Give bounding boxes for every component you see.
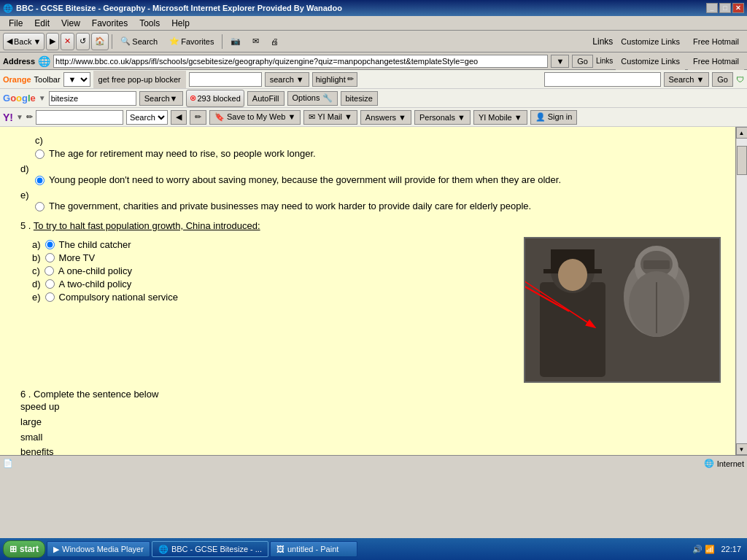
- search-button[interactable]: 🔍 Search: [115, 33, 163, 50]
- word-benefits[interactable]: benefits: [20, 445, 721, 455]
- address-label: Address: [3, 57, 35, 66]
- right-search-btn[interactable]: Search ▼: [664, 72, 710, 87]
- scroll-up-button[interactable]: ▲: [736, 127, 748, 139]
- free-hotmail-btn2[interactable]: Free Hotmail: [688, 52, 744, 70]
- save-to-my-web-btn[interactable]: 🔖 Save to My Web ▼: [209, 110, 301, 125]
- mobile-dropdown-icon[interactable]: ▼: [514, 113, 522, 122]
- q5-a-radio[interactable]: [45, 240, 55, 249]
- free-hotmail-button[interactable]: Free Hotmail: [688, 33, 744, 50]
- media-button[interactable]: 📷: [225, 33, 246, 50]
- answers-btn[interactable]: Answers ▼: [360, 110, 411, 125]
- page-icon: 📄: [3, 459, 13, 468]
- right-search-dropdown[interactable]: ▼: [696, 75, 704, 84]
- media-player-icon: ▶: [53, 545, 59, 554]
- taskbar-bbc-bitesize[interactable]: 🌐 BBC - GCSE Bitesize - ...: [152, 541, 268, 557]
- scroll-down-button[interactable]: ▼: [736, 443, 748, 455]
- q5-e-radio[interactable]: [45, 292, 55, 302]
- option-e-label: e): [20, 190, 32, 201]
- yahoo-search-dropdown[interactable]: Search: [126, 110, 168, 125]
- stop-icon: ✕: [64, 36, 71, 46]
- scrollbar-track[interactable]: [737, 139, 747, 443]
- favorites-button[interactable]: ⭐ Favorites: [164, 33, 219, 50]
- word-small[interactable]: small: [20, 430, 721, 446]
- shield-icon: 🛡: [736, 75, 744, 84]
- home-button[interactable]: 🏠: [91, 33, 109, 50]
- google-search-button[interactable]: Search ▼: [139, 91, 183, 106]
- personals-dropdown-icon[interactable]: ▼: [457, 113, 465, 122]
- q5-d-radio[interactable]: [45, 279, 55, 289]
- status-icon: 📄: [3, 459, 13, 468]
- customize-links-btn2[interactable]: Customize Links: [616, 52, 685, 70]
- address-input[interactable]: [53, 55, 548, 68]
- minimize-button[interactable]: _: [706, 3, 718, 13]
- autofill-button[interactable]: AutoFill: [247, 91, 285, 106]
- go-button[interactable]: ▼: [551, 55, 569, 68]
- orange-dropdown[interactable]: ▼: [63, 72, 90, 87]
- menu-favorites[interactable]: Favorites: [86, 17, 133, 30]
- mail-button[interactable]: ✉: [247, 33, 264, 50]
- scrollbar[interactable]: ▲ ▼: [735, 127, 747, 455]
- stop-button[interactable]: ✕: [61, 33, 74, 50]
- option-e-row: e): [20, 190, 721, 201]
- orange-search-dropdown[interactable]: ▼: [296, 75, 304, 84]
- google-search-input[interactable]: [49, 91, 136, 106]
- options-button[interactable]: Options 🔧: [287, 91, 338, 106]
- yahoo-search-input[interactable]: [36, 110, 123, 125]
- menu-help[interactable]: Help: [166, 17, 196, 30]
- mail-dropdown-icon[interactable]: ▼: [344, 112, 352, 121]
- go-search-btn[interactable]: Go: [712, 72, 733, 87]
- menu-view[interactable]: View: [55, 17, 86, 30]
- close-button[interactable]: ✕: [732, 3, 744, 13]
- google-search-dropdown[interactable]: ▼: [170, 94, 178, 103]
- back-arrow-icon: ◀: [7, 36, 12, 46]
- blocked-popup-button[interactable]: ⊗ 293 blocked: [186, 90, 244, 107]
- yahoo-search-btn[interactable]: ◀: [171, 110, 187, 125]
- q5-option-d: d) A two-child policy: [20, 279, 509, 289]
- option-d-radio[interactable]: [35, 176, 44, 185]
- scrollbar-thumb[interactable]: [737, 146, 747, 175]
- answers-dropdown-icon[interactable]: ▼: [398, 113, 406, 122]
- q5-c-radio[interactable]: [44, 266, 54, 276]
- start-button[interactable]: ⊞ start: [3, 540, 45, 558]
- option-e-radio[interactable]: [35, 202, 44, 211]
- print-button[interactable]: 🖨: [266, 33, 284, 50]
- menu-edit[interactable]: Edit: [28, 17, 55, 30]
- sign-in-btn[interactable]: 👤 Sign in: [530, 110, 578, 125]
- go-submit-button[interactable]: Go: [572, 55, 593, 68]
- taskbar-media-player[interactable]: ▶ Windows Media Player: [47, 541, 150, 557]
- save-dropdown-icon[interactable]: ▼: [288, 112, 296, 121]
- orange-search-input[interactable]: [189, 72, 262, 87]
- orange-search-btn[interactable]: search ▼: [265, 72, 309, 87]
- yahoo-pencil-btn[interactable]: ✏: [190, 110, 206, 125]
- option-c: c): [20, 135, 721, 146]
- back-dropdown-icon[interactable]: ▼: [33, 37, 41, 46]
- word-large[interactable]: large: [20, 415, 721, 430]
- customize-links-button[interactable]: Customize Links: [616, 33, 685, 50]
- yi-mail-btn[interactable]: ✉ YI Mail ▼: [303, 110, 357, 125]
- maximize-button[interactable]: □: [719, 3, 731, 13]
- option-c-text: The age for retirement may need to rise,…: [49, 148, 316, 159]
- search-area: Search ▼ Go 🛡: [544, 72, 745, 87]
- q5-b-radio[interactable]: [45, 253, 55, 262]
- bitesize-button[interactable]: bitesize: [341, 91, 378, 106]
- q5-d-text: A two-child policy: [59, 279, 132, 289]
- yi-mobile-btn[interactable]: YI Mobile ▼: [473, 110, 527, 125]
- personals-btn[interactable]: Personals ▼: [414, 110, 471, 125]
- menu-file[interactable]: File: [3, 17, 28, 30]
- back-button[interactable]: ◀ Back ▼: [3, 33, 44, 50]
- forward-button[interactable]: ▶: [46, 33, 59, 50]
- taskbar-paint[interactable]: 🖼 untitled - Paint: [270, 541, 357, 557]
- title-bar-buttons[interactable]: _ □ ✕: [706, 3, 744, 13]
- q5-option-a: a) The child catcher: [20, 239, 509, 250]
- refresh-button[interactable]: ↺: [76, 33, 90, 50]
- option-d-item: d) Young people don't need to worry abou…: [20, 163, 721, 185]
- right-search-input[interactable]: [544, 72, 661, 87]
- popup-blocker-button[interactable]: get free pop-up blocker: [93, 71, 186, 88]
- menu-tools[interactable]: Tools: [133, 17, 166, 30]
- highlight-button[interactable]: highlight ✏: [312, 72, 357, 87]
- option-c-radio[interactable]: [35, 149, 44, 159]
- status-internet: 🌐 Internet: [704, 459, 744, 468]
- menu-bar: File Edit View Favorites Tools Help: [0, 16, 747, 31]
- q5-c-text: A one-child policy: [58, 265, 132, 276]
- word-speed-up[interactable]: speed up: [20, 400, 721, 415]
